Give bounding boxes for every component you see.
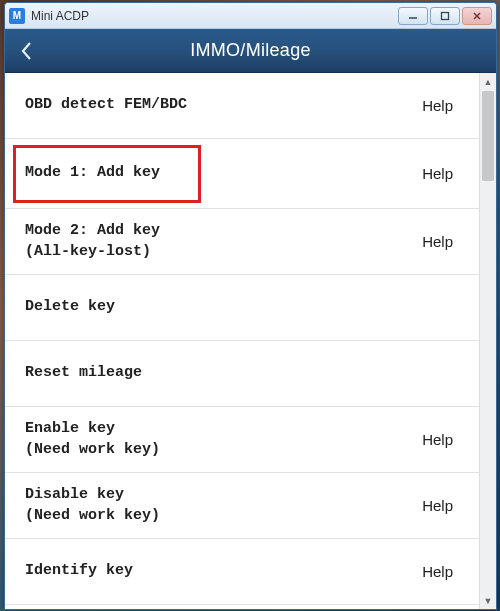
help-button[interactable]: Help <box>416 161 459 186</box>
help-button[interactable]: Help <box>416 559 459 584</box>
page-title: IMMO/Mileage <box>5 40 496 61</box>
vertical-scrollbar[interactable]: ▲ ▼ <box>479 73 496 609</box>
help-button[interactable]: Help <box>416 427 459 452</box>
help-button[interactable]: Help <box>416 93 459 118</box>
menu-item[interactable]: Disable key (Need work key)Help <box>5 473 479 539</box>
scroll-down-arrow[interactable]: ▼ <box>480 592 496 609</box>
svg-rect-1 <box>442 12 449 19</box>
menu-item-label: Mode 2: Add key (All-key-lost) <box>25 221 416 262</box>
menu-item-label: Identify key <box>25 561 416 581</box>
help-button[interactable]: Help <box>416 229 459 254</box>
content: OBD detect FEM/BDCHelpMode 1: Add keyHel… <box>5 73 496 609</box>
app-window: M Mini ACDP IMMO/Mileage OBD detect FEM/… <box>4 2 497 610</box>
menu-item-label: Enable key (Need work key) <box>25 419 416 460</box>
menu-item[interactable]: Enable key (Need work key)Help <box>5 407 479 473</box>
titlebar[interactable]: M Mini ACDP <box>5 3 496 29</box>
close-button[interactable] <box>462 7 492 25</box>
menu-item-label: Reset mileage <box>25 363 459 383</box>
menu-item[interactable]: Mode 1: Add keyHelp <box>5 139 479 209</box>
scroll-thumb[interactable] <box>482 91 494 181</box>
help-button[interactable]: Help <box>416 493 459 518</box>
minimize-button[interactable] <box>398 7 428 25</box>
app-icon: M <box>9 8 25 24</box>
menu-item[interactable]: Delete key <box>5 275 479 341</box>
menu-item-label: Mode 1: Add key <box>25 163 416 183</box>
menu-list: OBD detect FEM/BDCHelpMode 1: Add keyHel… <box>5 73 479 609</box>
maximize-button[interactable] <box>430 7 460 25</box>
menu-item-label: OBD detect FEM/BDC <box>25 95 416 115</box>
menu-item[interactable]: Mode 2: Add key (All-key-lost)Help <box>5 209 479 275</box>
window-controls <box>396 7 492 25</box>
menu-item[interactable]: Reset mileage <box>5 341 479 407</box>
menu-item-label: Delete key <box>25 297 459 317</box>
menu-item[interactable]: OBD detect FEM/BDCHelp <box>5 73 479 139</box>
back-button[interactable] <box>5 29 49 73</box>
menu-item[interactable]: Identify keyHelp <box>5 539 479 605</box>
chevron-left-icon <box>20 41 34 61</box>
window-title: Mini ACDP <box>31 9 396 23</box>
app-header: IMMO/Mileage <box>5 29 496 73</box>
menu-item-label: Disable key (Need work key) <box>25 485 416 526</box>
scroll-up-arrow[interactable]: ▲ <box>480 73 496 90</box>
